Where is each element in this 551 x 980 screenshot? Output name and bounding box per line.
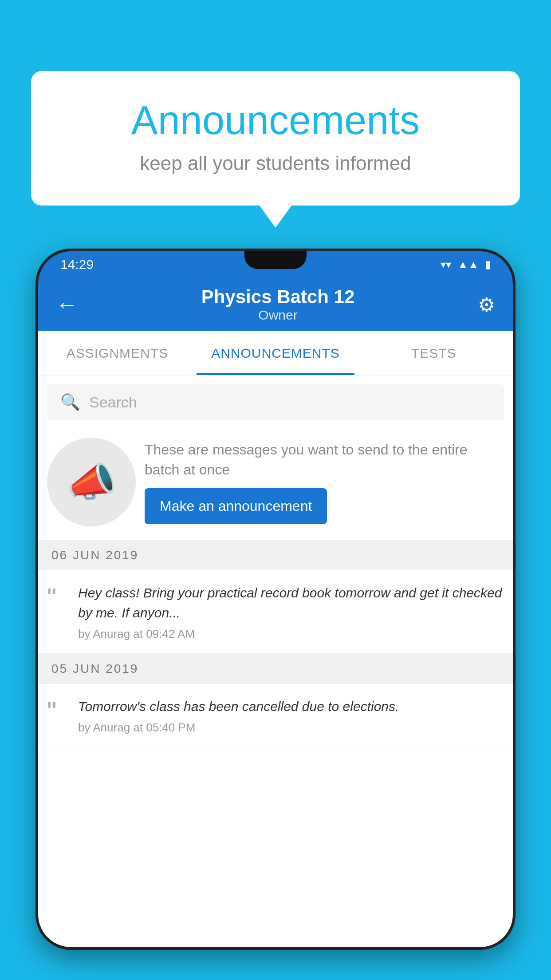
battery-icon: ▮: [485, 258, 491, 271]
megaphone-icon: 📣: [67, 459, 116, 506]
tab-announcements[interactable]: ANNOUNCEMENTS: [197, 331, 355, 375]
announcement-text-1: Hey class! Bring your practical record b…: [78, 583, 504, 623]
announcement-content-2: Tomorrow's class has been cancelled due …: [78, 696, 504, 735]
search-bar[interactable]: 🔍 Search: [47, 384, 504, 420]
announcement-meta-2: by Anurag at 05:40 PM: [78, 721, 504, 735]
announcement-item-1[interactable]: " Hey class! Bring your practical record…: [38, 570, 513, 654]
make-announcement-button[interactable]: Make an announcement: [145, 488, 327, 524]
promo-icon-circle: 📣: [47, 438, 136, 526]
announcement-content-1: Hey class! Bring your practical record b…: [78, 583, 504, 641]
speech-bubble-card: Announcements keep all your students inf…: [31, 71, 520, 205]
tab-tests[interactable]: TESTS: [354, 331, 513, 375]
tab-bar: ASSIGNMENTS ANNOUNCEMENTS TESTS: [38, 331, 513, 375]
announcement-text-2: Tomorrow's class has been cancelled due …: [78, 696, 504, 716]
status-time: 14:29: [60, 257, 94, 272]
app-bar-subtitle: Owner: [201, 308, 355, 323]
promo-description: These are messages you want to send to t…: [145, 440, 504, 480]
bubble-subtitle: keep all your students informed: [67, 152, 484, 174]
quote-icon-2: ": [47, 698, 69, 725]
app-bar: ← Physics Batch 12 Owner ⚙: [38, 278, 513, 331]
phone-mockup: 14:29 ▾▾ ▲▲ ▮ ← Physics Batch 12 Owner ⚙…: [35, 249, 516, 980]
phone-notch: [244, 251, 307, 269]
tab-assignments[interactable]: ASSIGNMENTS: [38, 331, 197, 375]
search-placeholder: Search: [89, 394, 137, 411]
app-bar-title-container: Physics Batch 12 Owner: [201, 286, 355, 323]
back-button[interactable]: ←: [56, 292, 78, 317]
signal-icon: ▲▲: [457, 258, 479, 271]
date-separator-2: 05 JUN 2019: [38, 654, 513, 684]
date-separator-1: 06 JUN 2019: [38, 540, 513, 570]
bubble-title: Announcements: [67, 98, 484, 143]
search-icon: 🔍: [60, 393, 80, 411]
status-icons: ▾▾ ▲▲ ▮: [441, 258, 491, 271]
promo-section: 📣 These are messages you want to send to…: [38, 424, 513, 540]
quote-icon-1: ": [47, 585, 69, 611]
app-bar-title: Physics Batch 12: [201, 286, 355, 308]
screen-content: 🔍 Search 📣 These are messages you want t…: [38, 375, 513, 950]
phone-body: 14:29 ▾▾ ▲▲ ▮ ← Physics Batch 12 Owner ⚙…: [35, 249, 516, 950]
speech-bubble-section: Announcements keep all your students inf…: [31, 71, 520, 205]
wifi-icon: ▾▾: [441, 258, 451, 271]
announcement-item-2[interactable]: " Tomorrow's class has been cancelled du…: [38, 684, 513, 747]
announcement-meta-1: by Anurag at 09:42 AM: [78, 627, 504, 641]
promo-right: These are messages you want to send to t…: [145, 440, 504, 525]
settings-icon[interactable]: ⚙: [478, 293, 495, 316]
